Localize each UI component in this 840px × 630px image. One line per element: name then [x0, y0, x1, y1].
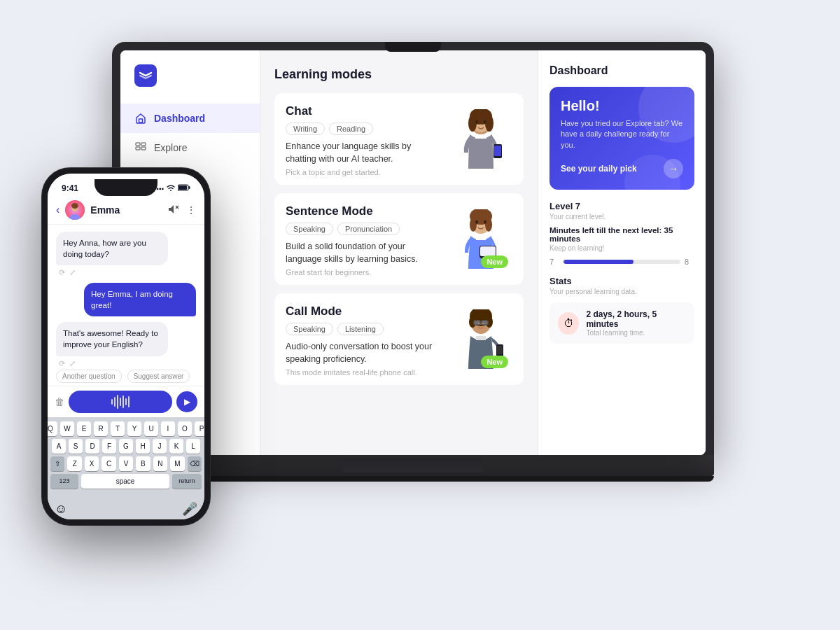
key-w[interactable]: W — [60, 421, 74, 436]
copy-icon-2[interactable]: ⟳ — [59, 359, 65, 367]
key-o[interactable]: O — [178, 421, 192, 436]
send-button[interactable]: ▶ — [176, 391, 197, 412]
hello-title: Hello! — [561, 98, 683, 114]
key-p[interactable]: P — [195, 421, 204, 436]
svg-rect-22 — [480, 246, 496, 256]
svg-rect-30 — [474, 321, 480, 325]
wave-bar — [122, 396, 124, 408]
key-return[interactable]: return — [172, 474, 202, 489]
key-backspace[interactable]: ⌫ — [188, 456, 202, 471]
key-n[interactable]: N — [153, 456, 167, 471]
svg-rect-3 — [136, 147, 140, 150]
key-k[interactable]: K — [169, 439, 183, 454]
translate-icon[interactable]: ⤢ — [69, 268, 76, 277]
home-icon — [134, 112, 147, 125]
sentence-mode-card[interactable]: Sentence Mode Speaking Pronunciation Bui… — [274, 193, 524, 285]
phone-time: 9:41 — [62, 183, 78, 193]
key-e[interactable]: E — [77, 421, 91, 436]
call-mode-card[interactable]: Call Mode Speaking Listening Audio-only … — [274, 293, 524, 385]
key-f[interactable]: F — [102, 439, 116, 454]
key-123[interactable]: 123 — [50, 474, 78, 489]
level-stat: Level 7 Your current level. Minutes left… — [550, 201, 694, 266]
chat-desc: Enhance your language skills by chatting… — [286, 141, 441, 165]
chat-header-icons: ⋮ — [168, 204, 196, 216]
wifi-icon — [167, 184, 175, 192]
svg-rect-4 — [141, 147, 146, 150]
key-v[interactable]: V — [119, 456, 133, 471]
phone-screen: 9:41 ▪▪▪ — [48, 174, 204, 519]
svg-point-9 — [485, 115, 493, 132]
timer-icon: ⏱ — [558, 312, 579, 335]
tag-pronunciation: Pronunciation — [337, 223, 400, 235]
sidebar-item-explore[interactable]: Explore — [120, 133, 260, 162]
signal-icon: ▪▪▪ — [156, 185, 164, 192]
hello-card[interactable]: Hello! Have you tried our Explore tab? W… — [550, 87, 694, 190]
key-h[interactable]: H — [136, 439, 150, 454]
sidebar-label-dashboard: Dashboard — [154, 113, 205, 124]
svg-rect-38 — [178, 186, 187, 190]
app-logo — [120, 64, 260, 104]
key-a[interactable]: A — [52, 439, 66, 454]
stats-title: Stats — [550, 276, 694, 286]
svg-rect-34 — [497, 346, 503, 354]
emoji-icon[interactable]: ☺ — [55, 502, 67, 517]
tag-listening: Listening — [337, 323, 384, 335]
key-x[interactable]: X — [85, 456, 99, 471]
sidebar-label-explore: Explore — [154, 142, 187, 153]
key-l[interactable]: L — [186, 439, 200, 454]
key-g[interactable]: G — [119, 439, 133, 454]
status-icons: ▪▪▪ — [156, 184, 190, 192]
stats-sublabel: Your personal learning data. — [550, 288, 694, 295]
copy-icon[interactable]: ⟳ — [59, 268, 65, 277]
back-button[interactable]: ‹ — [56, 204, 59, 216]
key-space[interactable]: space — [81, 474, 169, 489]
progress-to: 8 — [685, 258, 694, 266]
key-z[interactable]: Z — [67, 456, 81, 471]
phone-body: 9:41 ▪▪▪ — [42, 168, 210, 525]
svg-rect-2 — [141, 143, 146, 146]
key-shift[interactable]: ⇧ — [50, 456, 64, 471]
delete-button[interactable]: 🗑 — [55, 396, 64, 407]
key-b[interactable]: B — [136, 456, 150, 471]
key-q[interactable]: Q — [48, 421, 57, 436]
mic-button[interactable] — [69, 391, 172, 413]
level-label: Level 7 — [550, 201, 694, 211]
stats-section: Stats Your personal learning data. ⏱ 2 d… — [550, 276, 694, 344]
message-row: That's awesome! Ready to improve your En… — [56, 322, 196, 367]
wave-bar — [120, 398, 121, 406]
sidebar-item-dashboard[interactable]: Dashboard — [120, 104, 260, 133]
chat-messages: Hey Anna, how are you doing today? ⟳ ⤢ H… — [48, 225, 204, 367]
key-r[interactable]: R — [94, 421, 108, 436]
more-icon[interactable]: ⋮ — [186, 204, 196, 216]
key-y[interactable]: Y — [127, 421, 141, 436]
translate-icon-2[interactable]: ⤢ — [69, 359, 76, 367]
app-main: Learning modes Chat Writing Reading Enha… — [260, 50, 538, 455]
cta-arrow-button[interactable]: → — [664, 159, 683, 178]
phone-bottom-bar: ☺ 🎤 — [48, 498, 204, 519]
call-card-content: Call Mode Speaking Listening Audio-only … — [286, 304, 441, 377]
key-s[interactable]: S — [69, 439, 83, 454]
mute-icon[interactable] — [168, 204, 179, 216]
battery-icon — [178, 184, 190, 192]
key-i[interactable]: I — [161, 421, 175, 436]
key-m[interactable]: M — [170, 456, 184, 471]
keyboard-row-4: 123 space return — [50, 474, 202, 489]
chat-header: ‹ Emma — [48, 196, 204, 225]
svg-point-18 — [485, 218, 492, 232]
suggestion-2[interactable]: Suggest answer — [127, 370, 190, 383]
message-row: Hey Emma, I am doing great! — [56, 283, 196, 316]
hello-cta-text: See your daily pick — [561, 164, 637, 174]
chat-avatar — [65, 200, 85, 220]
svg-rect-1 — [136, 143, 140, 146]
hello-cta[interactable]: See your daily pick → — [561, 159, 683, 178]
wave-bar — [125, 398, 127, 405]
key-u[interactable]: U — [144, 421, 158, 436]
key-c[interactable]: C — [102, 456, 115, 471]
key-t[interactable]: T — [111, 421, 125, 436]
key-d[interactable]: D — [85, 439, 99, 454]
mic-bottom-icon[interactable]: 🎤 — [182, 501, 197, 517]
key-j[interactable]: J — [153, 439, 167, 454]
suggestion-1[interactable]: Another question — [56, 370, 122, 383]
chat-mode-card[interactable]: Chat Writing Reading Enhance your langua… — [274, 93, 524, 185]
logo-icon[interactable] — [134, 64, 157, 87]
